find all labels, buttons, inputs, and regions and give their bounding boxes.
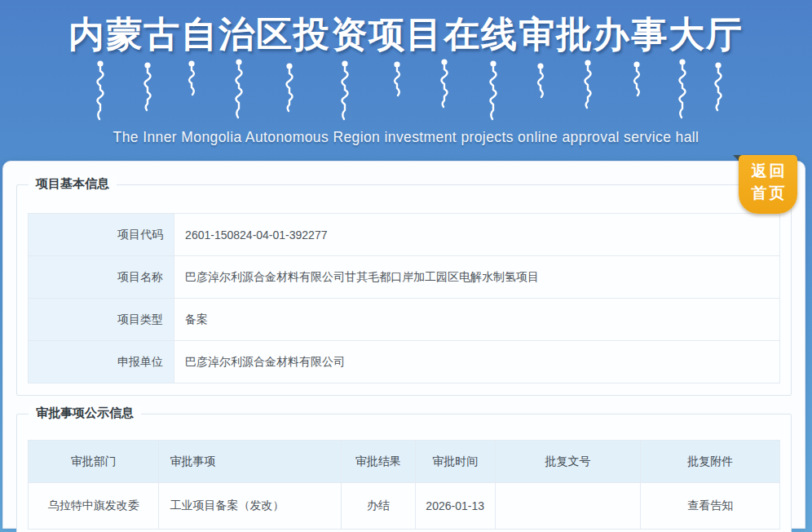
approval-table: 审批部门 审批事项 审批结果 审批时间 批复文号 批复附件 乌拉特中旗发改委 工…	[28, 440, 780, 530]
table-row: 乌拉特中旗发改委 工业项目备案（发改） 办结 2026-01-13 查看告知	[29, 483, 780, 530]
site-header: 内蒙古自治区投资项目在线审批办事大厅	[0, 0, 812, 161]
table-row: 申报单位 巴彦淖尔利源合金材料有限公司	[29, 341, 780, 383]
section-basic-info: 项目基本信息 项目代码 2601-150824-04-01-392277 项目名…	[16, 184, 792, 396]
site-title-chinese: 内蒙古自治区投资项目在线审批办事大厅	[0, 0, 812, 55]
cell-department: 乌拉特中旗发改委	[29, 483, 159, 530]
section-approval-info: 审批事项公示信息 审批部门 审批事项 审批结果 审批时间 批复文号	[16, 414, 792, 532]
col-header-department: 审批部门	[29, 441, 159, 483]
return-home-line2: 首页	[752, 184, 788, 202]
section-approval-info-title: 审批事项公示信息	[29, 406, 141, 421]
basic-info-table: 项目代码 2601-150824-04-01-392277 项目名称 巴彦淖尔利…	[28, 213, 780, 383]
cell-result: 办结	[341, 483, 415, 530]
row-label-project-type: 项目类型	[29, 299, 174, 341]
return-home-line1: 返回	[752, 162, 788, 180]
table-row: 项目名称 巴彦淖尔利源合金材料有限公司甘其毛都口岸加工园区电解水制氢项目	[29, 256, 780, 299]
row-value-project-type: 备案	[174, 299, 780, 341]
col-header-attachment: 批复附件	[641, 441, 780, 483]
view-notice-link[interactable]: 查看告知	[641, 483, 780, 530]
col-header-doc-no: 批复文号	[495, 441, 641, 483]
section-basic-info-title: 项目基本信息	[29, 176, 117, 192]
page: 内蒙古自治区投资项目在线审批办事大厅	[0, 0, 812, 532]
return-home-button[interactable]: 返回 首页	[739, 155, 797, 214]
cell-doc-no	[495, 483, 641, 530]
row-value-project-code: 2601-150824-04-01-392277	[174, 214, 780, 256]
table-row: 项目类型 备案	[29, 299, 780, 341]
row-value-declaring-unit: 巴彦淖尔利源合金材料有限公司	[174, 341, 780, 383]
cell-time: 2026-01-13	[415, 483, 495, 530]
table-header-row: 审批部门 审批事项 审批结果 审批时间 批复文号 批复附件	[29, 441, 780, 483]
cell-approval-item: 工业项目备案（发改）	[159, 483, 341, 530]
col-header-item: 审批事项	[159, 441, 341, 483]
row-value-project-name: 巴彦淖尔利源合金材料有限公司甘其毛都口岸加工园区电解水制氢项目	[174, 256, 780, 299]
row-label-project-name: 项目名称	[29, 256, 174, 299]
col-header-time: 审批时间	[415, 441, 495, 483]
row-label-declaring-unit: 申报单位	[29, 341, 174, 383]
content-panel: 项目基本信息 项目代码 2601-150824-04-01-392277 项目名…	[2, 161, 805, 529]
row-label-project-code: 项目代码	[29, 214, 174, 256]
table-row: 项目代码 2601-150824-04-01-392277	[29, 214, 780, 256]
mongolian-script-decoration	[72, 59, 740, 129]
site-subtitle-english: The Inner Mongolia Autonomous Region inv…	[0, 129, 812, 145]
col-header-result: 审批结果	[341, 441, 415, 483]
